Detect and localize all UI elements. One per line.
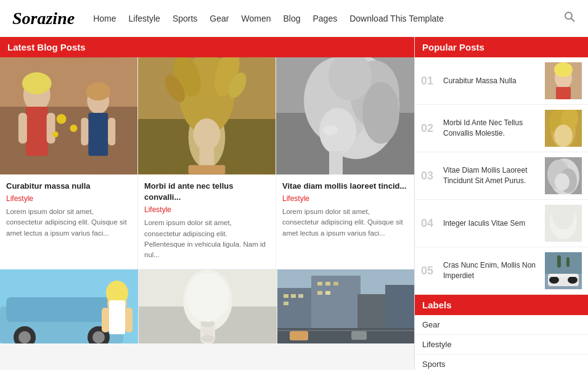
svg-rect-30 [276,113,414,175]
popular-number-1: 01 [421,75,438,86]
svg-rect-71 [333,282,338,286]
blog-grid: Curabitur massa nulla Lifestyle Lorem ip… [0,57,414,269]
nav-lifestyle[interactable]: Lifestyle [129,14,160,23]
svg-point-25 [225,70,250,101]
label-lifestyle[interactable]: Lifestyle [415,335,588,355]
post-image-3 [276,57,414,175]
post-category-3[interactable]: Lifestyle [282,194,408,203]
svg-rect-81 [556,87,571,99]
svg-point-15 [70,125,77,132]
bottom-image-3 [277,269,415,343]
popular-number-4: 04 [421,218,438,229]
svg-point-56 [201,327,214,335]
svg-point-32 [304,57,372,144]
svg-rect-69 [317,282,322,286]
svg-rect-28 [189,165,226,175]
svg-rect-101 [557,255,561,268]
svg-rect-29 [276,57,414,175]
svg-rect-3 [0,107,137,175]
sidebar: Popular Posts 01 Curabitur Massa Nulla 0… [414,37,588,370]
svg-rect-48 [109,300,125,334]
svg-point-19 [189,107,226,168]
post-content-1: Curabitur massa nulla Lifestyle Lorem ip… [0,175,137,247]
popular-post-5[interactable]: 05 Cras Nunc Enim, Mollis Non Imperdiet [415,247,588,295]
svg-rect-70 [325,282,330,286]
label-sports[interactable]: Sports [415,355,588,370]
svg-rect-100 [545,252,582,274]
svg-rect-49 [102,308,109,332]
latest-posts-header: Latest Blog Posts [0,37,414,57]
post-category-2[interactable]: Lifestyle [144,205,269,214]
popular-number-5: 05 [421,265,438,276]
svg-point-22 [210,57,244,99]
post-content-3: Vitae diam mollis laoreet tincid... Life… [276,175,414,247]
svg-point-9 [87,87,109,114]
popular-thumb-5 [545,252,582,289]
popular-post-2[interactable]: 02 Morbi Id Ante Nec Tellus Convallis Mo… [415,105,588,152]
svg-point-57 [201,335,214,342]
svg-point-20 [179,57,235,134]
bottom-post-1 [0,269,139,343]
labels-section: Labels Gear Lifestyle Sports [415,295,588,370]
post-excerpt-1: Lorem ipsum dolor sit amet, consectetur … [6,207,131,239]
post-excerpt-2: Lorem ipsum dolor sit amet, consectetur … [144,218,269,260]
svg-point-36 [319,108,356,155]
svg-rect-2 [0,57,137,174]
popular-thumb-1 [545,62,582,99]
svg-rect-65 [284,294,288,298]
svg-point-37 [323,125,338,135]
svg-point-43 [18,331,31,343]
post-content-2: Morbi id ante nec tellus convalli... Lif… [138,175,276,269]
svg-point-34 [329,57,372,101]
bottom-post-3 [277,269,415,343]
nav-home[interactable]: Home [93,14,116,23]
svg-rect-77 [351,331,367,340]
post-title-2[interactable]: Morbi id ante nec tellus convalli... [144,181,269,203]
svg-rect-6 [18,113,27,144]
popular-posts-header: Popular Posts [415,37,588,57]
popular-text-1: Curabitur Massa Nulla [443,76,540,86]
svg-point-13 [86,82,110,101]
popular-number-2: 02 [421,123,438,134]
svg-point-4 [23,77,51,112]
labels-header: Labels [415,295,588,315]
nav-pages[interactable]: Pages [312,14,337,23]
popular-text-4: Integer Iaculis Vitae Sem [443,218,540,229]
svg-rect-76 [290,331,308,340]
svg-rect-18 [138,119,276,175]
post-title-1[interactable]: Curabitur massa nulla [6,181,131,192]
search-icon[interactable] [563,10,576,26]
header: Sorazine Home Lifestyle Sports Gear Wome… [0,0,588,37]
popular-post-1[interactable]: 01 Curabitur Massa Nulla [415,57,588,105]
post-title-3[interactable]: Vitae diam mollis laoreet tincid... [282,181,408,192]
svg-point-97 [549,276,559,284]
label-gear[interactable]: Gear [415,315,588,335]
bottom-image-1 [0,269,138,343]
nav-download[interactable]: Download This Template [349,14,444,23]
nav-women[interactable]: Women [241,14,271,23]
svg-rect-10 [88,113,108,156]
svg-point-24 [161,72,189,105]
svg-point-86 [554,125,573,147]
bottom-image-2 [139,269,277,343]
popular-text-5: Cras Nunc Enim, Mollis Non Imperdiet [443,260,540,281]
svg-point-91 [555,173,570,191]
svg-point-35 [362,82,399,144]
blog-post-1: Curabitur massa nulla Lifestyle Lorem ip… [0,57,138,269]
nav-blog[interactable]: Blog [283,14,300,23]
main-container: Latest Blog Posts [0,37,588,370]
svg-rect-12 [108,118,115,146]
svg-rect-75 [277,330,415,331]
svg-point-21 [168,57,206,101]
bottom-post-2 [139,269,277,343]
popular-post-3[interactable]: 03 Vitae Diam Mollis Laoreet Tincidunt S… [415,152,588,200]
logo[interactable]: Sorazine [12,9,75,28]
svg-rect-72 [317,291,322,295]
nav-gear[interactable]: Gear [210,14,229,23]
post-category-1[interactable]: Lifestyle [6,194,131,203]
popular-post-4[interactable]: 04 Integer Iaculis Vitae Sem [415,200,588,247]
main-nav: Home Lifestyle Sports Gear Women Blog Pa… [93,14,563,23]
nav-sports[interactable]: Sports [173,14,197,23]
svg-rect-11 [81,118,88,146]
svg-point-98 [568,276,578,284]
